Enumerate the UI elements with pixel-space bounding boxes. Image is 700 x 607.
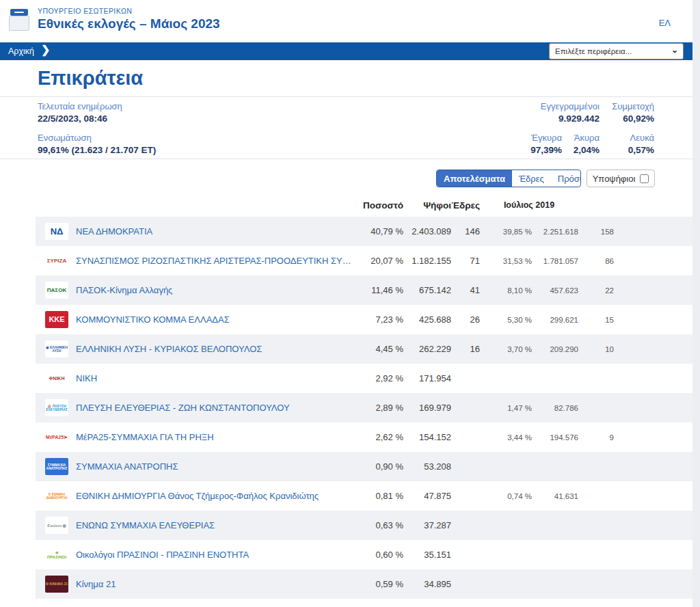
- prev-percent-cell: 3,44 %: [480, 433, 532, 442]
- election-results-page: ΥΠΟΥΡΓΕΙΟ ΕΣΩΤΕΡΙΚΩΝ Εθνικές εκλογές – Μ…: [0, 0, 700, 607]
- breadcrumb-home-link[interactable]: Αρχική: [8, 46, 34, 56]
- prev-votes-cell: 209.290: [532, 345, 578, 353]
- percent-cell: 2,92 %: [355, 373, 403, 383]
- percent-cell: 4,45 %: [355, 344, 403, 354]
- party-row[interactable]: ✣ΝΙΚΗΝΙΚΗ2,92 %171.954: [36, 364, 692, 393]
- candidates-label: Υποψήφιοι: [593, 174, 636, 184]
- prev-percent-cell: 3,70 %: [480, 345, 532, 353]
- prev-percent-cell: 8,10 %: [480, 286, 532, 295]
- party-name[interactable]: ΝΙΚΗ: [76, 373, 355, 383]
- party-name[interactable]: Κίνημα 21: [76, 579, 355, 589]
- party-row[interactable]: ΝΔΝΕΑ ΔΗΜΟΚΡΑΤΙΑ40,79 %2.403.08914639,85…: [36, 217, 692, 246]
- site-title: Εθνικές εκλογές – Μάιος 2023: [38, 16, 220, 31]
- party-name[interactable]: ΕΝΩΝΩ ΣΥΜΜΑΧΙΑ ΕΛΕΥΘΕΡΙΑΣ: [76, 520, 355, 530]
- tab-seats[interactable]: Έδρες: [512, 170, 551, 187]
- invalid-value: 2,04%: [574, 145, 600, 155]
- breadcrumb-bar: Αρχική ❯ Επιλέξτε περιφέρεια... ⌄: [0, 42, 692, 60]
- prev-seats-cell: 15: [578, 316, 614, 324]
- region-select[interactable]: Επιλέξτε περιφέρεια...: [549, 43, 684, 59]
- party-name[interactable]: ΠΑΣΟΚ-Κίνημα Αλλαγής: [76, 285, 355, 295]
- seats-cell: 16: [451, 344, 480, 354]
- party-row[interactable]: Ενώνω ◍ΕΝΩΝΩ ΣΥΜΜΑΧΙΑ ΕΛΕΥΘΕΡΙΑΣ0,63 %37…: [36, 511, 692, 540]
- votes-cell: 171.954: [403, 373, 451, 383]
- table-body: ΝΔΝΕΑ ΔΗΜΟΚΡΑΤΙΑ40,79 %2.403.08914639,85…: [36, 217, 692, 599]
- party-name[interactable]: ΣΥΜΜΑΧΙΑ ΑΝΑΤΡΟΠΗΣ: [76, 461, 355, 472]
- prev-votes-cell: 1.781.057: [532, 257, 578, 265]
- prev-seats-cell: 86: [578, 257, 614, 265]
- tab-extras[interactable]: Πρόσθετα: [551, 170, 581, 187]
- turnout-value: 60,92%: [623, 113, 654, 124]
- language-toggle[interactable]: ΕΛ: [659, 18, 671, 28]
- percent-cell: 0,59 %: [355, 579, 403, 589]
- seats-cell: 146: [451, 226, 480, 237]
- page-scrollbar[interactable]: [692, 0, 700, 607]
- party-name[interactable]: ΝΕΑ ΔΗΜΟΚΡΑΤΙΑ: [76, 226, 355, 237]
- votes-cell: 262.229: [403, 344, 451, 354]
- party-row[interactable]: ΚΚΕΚΟΜΜΟΥΝΙΣΤΙΚΟ ΚΟΜΜΑ ΕΛΛΑΔΑΣ7,23 %425.…: [36, 305, 692, 334]
- prev-votes-cell: 41.631: [532, 492, 578, 500]
- view-tabs: Αποτελέσματα Έδρες Πρόσθετα: [436, 170, 581, 187]
- votes-cell: 425.688: [403, 314, 451, 325]
- party-row[interactable]: ΣΥΡΙΖΑΣΥΝΑΣΠΙΣΜΟΣ ΡΙΖΟΣΠΑΣΤΙΚΗΣ ΑΡΙΣΤΕΡΑ…: [36, 246, 692, 275]
- party-row[interactable]: ΠΑΣΟΚΠΑΣΟΚ-Κίνημα Αλλαγής11,46 %675.1424…: [36, 275, 692, 305]
- percent-cell: 2,89 %: [355, 403, 403, 413]
- votes-cell: 35.151: [403, 550, 451, 560]
- blank-value: 0,57%: [628, 145, 654, 155]
- party-name[interactable]: ΕΘΝΙΚΗ ΔΗΜΙΟΥΡΓΙΑ Θάνος Τζήμερος-Φαήλος …: [76, 491, 355, 501]
- candidates-toggle-button[interactable]: Υποψήφιοι: [587, 170, 655, 187]
- integration-value: 99,61% (21.623 / 21.707 ΕΤ): [38, 145, 156, 155]
- prev-seats-cell: 9: [578, 433, 614, 442]
- prev-votes-cell: 457.623: [532, 286, 578, 295]
- turnout-label: Συμμετοχή: [612, 101, 654, 111]
- party-row[interactable]: ΣΥΜΜΑΧΙΑ ΑΝΑΤΡΟΠΗΣΣΥΜΜΑΧΙΑ ΑΝΑΤΡΟΠΗΣ0,90…: [36, 452, 692, 481]
- party-row[interactable]: ◉ ΕΛΛΗΝΙΚΗ ΛΥΣΗΕΛΛΗΝΙΚΗ ΛΥΣΗ - ΚΥΡΙΑΚΟΣ …: [36, 334, 692, 364]
- party-name[interactable]: ΚΟΜΜΟΥΝΙΣΤΙΚΟ ΚΟΜΜΑ ΕΛΛΑΔΑΣ: [76, 314, 355, 325]
- party-row[interactable]: Φ ΚΙΝΗΜΑ 21Κίνημα 210,59 %34.895: [36, 569, 692, 599]
- prev-percent-cell: 39,85 %: [480, 228, 532, 236]
- prev-percent-cell: 5,30 %: [480, 316, 532, 324]
- kke-logo: ΚΚΕ: [45, 311, 68, 328]
- results-table: Ποσοστό Ψήφοι Έδρες Ιούλιος 2019 ΝΔΝΕΑ Δ…: [36, 193, 692, 599]
- divider-bottom: [0, 159, 692, 159]
- enono-logo: Ενώνω ◍: [45, 517, 68, 534]
- votes-cell: 154.152: [403, 432, 451, 442]
- votes-cell: 169.979: [403, 403, 451, 413]
- mera25-logo: ΜέΡΑ25➤: [45, 429, 68, 446]
- percent-cell: 20,07 %: [355, 256, 403, 266]
- seats-cell: 41: [451, 285, 480, 295]
- party-name[interactable]: ΠΛΕΥΣΗ ΕΛΕΥΘΕΡΙΑΣ - ΖΩΗ ΚΩΝΣΤΑΝΤΟΠΟΥΛΟΥ: [76, 403, 355, 413]
- prev-votes-cell: 299.621: [532, 316, 578, 324]
- plefsi-eleftherias-logo: ⛵ ΠΛΕΥΣΗ ΕΛΕΥΘΕΡΙΑΣ: [45, 399, 68, 416]
- table-header-row: Ποσοστό Ψήφοι Έδρες Ιούλιος 2019: [36, 193, 692, 217]
- votes-cell: 34.895: [403, 579, 451, 589]
- header-percent: Ποσοστό: [355, 200, 403, 211]
- tab-results[interactable]: Αποτελέσματα: [437, 170, 512, 187]
- percent-cell: 0,81 %: [355, 491, 403, 501]
- divider-top: [0, 96, 692, 97]
- header-seats: Έδρες: [451, 200, 480, 211]
- ballot-box-icon: [8, 9, 30, 32]
- votes-cell: 675.142: [403, 285, 451, 295]
- valid-label: Έγκυρα: [531, 133, 562, 143]
- party-name[interactable]: ΜέΡΑ25-ΣΥΜΜΑΧΙΑ ΓΙΑ ΤΗ ΡΗΞΗ: [76, 432, 355, 442]
- party-row[interactable]: ⛵ ΠΛΕΥΣΗ ΕΛΕΥΘΕΡΙΑΣΠΛΕΥΣΗ ΕΛΕΥΘΕΡΙΑΣ - Ζ…: [36, 393, 692, 422]
- kinima-21-logo: Φ ΚΙΝΗΜΑ 21: [45, 576, 68, 593]
- percent-cell: 40,79 %: [355, 226, 403, 237]
- party-row[interactable]: ΜέΡΑ25➤ΜέΡΑ25-ΣΥΜΜΑΧΙΑ ΓΙΑ ΤΗ ΡΗΞΗ2,62 %…: [36, 422, 692, 452]
- prev-votes-cell: 82.786: [532, 404, 578, 412]
- party-name[interactable]: ΣΥΝΑΣΠΙΣΜΟΣ ΡΙΖΟΣΠΑΣΤΙΚΗΣ ΑΡΙΣΤΕΡΑΣ-ΠΡΟΟ…: [76, 256, 355, 266]
- prev-votes-cell: 194.576: [532, 433, 578, 442]
- party-row[interactable]: ✳ ΠΡΑΣΙΝΟΙΟικολόγοι ΠΡΑΣΙΝΟΙ - ΠΡΑΣΙΝΗ Ε…: [36, 540, 692, 569]
- symmaxia-anatropis-logo: ΣΥΜΜΑΧΙΑ ΑΝΑΤΡΟΠΗΣ: [45, 458, 68, 475]
- party-name[interactable]: ΕΛΛΗΝΙΚΗ ΛΥΣΗ - ΚΥΡΙΑΚΟΣ ΒΕΛΟΠΟΥΛΟΣ: [76, 344, 355, 354]
- valid-value: 97,39%: [530, 145, 562, 155]
- registered-label: Εγγεγραμμένοι: [541, 101, 600, 111]
- prev-percent-cell: 1,47 %: [480, 404, 532, 412]
- seats-cell: 71: [451, 256, 480, 266]
- party-row[interactable]: Є ΕΘΝΙΚΗ ΔΗΜΙΟΥΡΓΙΑΕΘΝΙΚΗ ΔΗΜΙΟΥΡΓΙΑ Θάν…: [36, 481, 692, 511]
- prev-seats-cell: 22: [578, 286, 614, 295]
- party-name[interactable]: Οικολόγοι ΠΡΑΣΙΝΟΙ - ΠΡΑΣΙΝΗ ΕΝΟΤΗΤΑ: [76, 550, 355, 560]
- candidates-checkbox[interactable]: [640, 174, 649, 183]
- percent-cell: 2,62 %: [355, 432, 403, 442]
- votes-cell: 1.182.155: [403, 256, 451, 266]
